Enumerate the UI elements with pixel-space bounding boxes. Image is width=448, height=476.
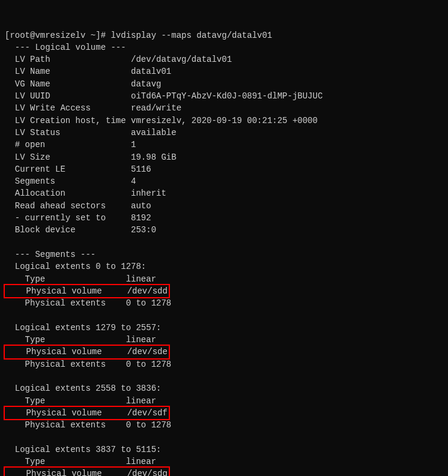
physical-volume-label: Physical volume [6,469,122,476]
segment-type-value: linear [126,457,156,466]
vg-name-label: VG Name [5,79,126,89]
physical-volume-highlight: Physical volume /dev/sdg [4,466,170,476]
physical-extents-label: Physical extents [5,360,121,369]
physical-extents-label: Physical extents [5,420,121,430]
physical-volume-highlight: Physical volume /dev/sde [4,345,170,359]
lv-path-value: /dev/datavg/datalv01 [131,55,232,64]
segments-count-label: Segments [5,176,126,186]
physical-volume-label: Physical volume [6,408,122,418]
block-device-value: 253:0 [131,225,156,235]
vg-name-value: datavg [131,79,161,89]
current-le-value: 5116 [131,164,151,174]
lv-status-label: LV Status [5,128,126,137]
segment-range: Logical extents 3837 to 5115: [5,445,161,454]
allocation-value: inherit [131,188,166,198]
segment-type-value: linear [126,335,156,345]
currently-set-value: 8192 [131,213,151,223]
current-le-label: Current LE [5,164,126,174]
physical-volume-highlight: Physical volume /dev/sdf [4,406,170,420]
physical-extents-value: 0 to 1278 [126,360,172,369]
shell-prompt: [root@vmresizelv ~]# lvdisplay --maps da… [5,31,272,40]
physical-extents-label: Physical extents [5,298,121,308]
segment-type-value: linear [126,274,156,284]
segment-range: Logical extents 0 to 1278: [5,262,146,271]
lv-name-value: datalv01 [131,67,171,76]
lv-creation-host-value: vmresizelv, 2020-09-19 00:21:25 +0000 [131,116,318,125]
lv-write-access-value: read/write [131,103,181,113]
open-count-value: 1 [131,140,136,149]
physical-volume-value: /dev/sdf [127,408,168,418]
lv-uuid-label: LV UUID [5,91,126,101]
segment-type-label: Type [5,274,121,284]
lv-path-label: LV Path [5,55,126,64]
physical-volume-value: /dev/sde [127,347,168,357]
segments-header: --- Segments --- [5,250,95,259]
segment-range: Logical extents 1279 to 2557: [5,323,161,333]
lv-header: --- Logical volume --- [5,43,126,52]
physical-extents-value: 0 to 1278 [126,420,172,430]
segment-type-label: Type [5,335,121,345]
currently-set-label: - currently set to [5,213,126,223]
read-ahead-label: Read ahead sectors [5,201,126,211]
segments-count-value: 4 [131,176,136,186]
allocation-label: Allocation [5,188,126,198]
segment-type-label: Type [5,457,121,466]
physical-volume-label: Physical volume [6,347,122,357]
physical-extents-value: 0 to 1278 [126,298,172,308]
lv-size-value: 19.98 GiB [131,152,177,162]
physical-volume-highlight: Physical volume /dev/sdd [4,284,170,298]
lv-write-access-label: LV Write Access [5,103,126,113]
read-ahead-value: auto [131,201,151,211]
lv-name-label: LV Name [5,67,126,76]
lv-size-label: LV Size [5,152,126,162]
block-device-label: Block device [5,225,126,235]
lv-uuid-value: oiTd6A-PTqY-AbzV-Kd0J-0891-dlMP-jBUJUC [131,91,322,101]
physical-volume-value: /dev/sdd [127,286,168,296]
lv-creation-host-label: LV Creation host, time [5,116,131,125]
segment-type-label: Type [5,396,121,406]
physical-volume-value: /dev/sdg [127,469,168,476]
open-count-label: # open [5,140,126,149]
segment-range: Logical extents 2558 to 3836: [5,384,161,393]
segment-type-value: linear [126,396,156,406]
physical-volume-label: Physical volume [6,286,122,296]
lv-status-value: available [131,128,177,137]
